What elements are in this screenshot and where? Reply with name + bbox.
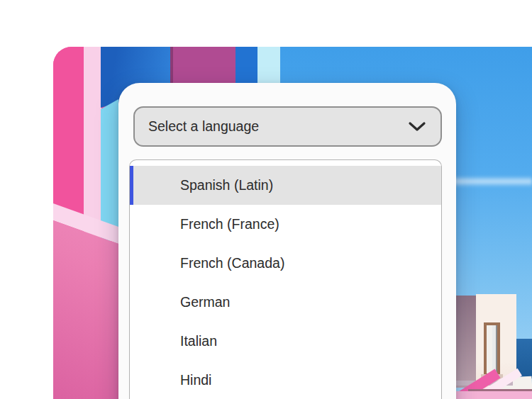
- option-french-france[interactable]: French (France): [130, 205, 441, 244]
- option-label: French (Canada): [180, 255, 284, 271]
- language-dropdown-button[interactable]: Select a language: [133, 106, 442, 147]
- photo-roof: [456, 391, 532, 399]
- option-label: German: [180, 294, 230, 310]
- option-german[interactable]: German: [130, 283, 441, 322]
- photo-window: [484, 322, 500, 378]
- option-italian[interactable]: Italian: [130, 322, 441, 361]
- photo-building-side: [455, 296, 476, 388]
- language-picker-card: Select a language Spanish (Latin) French…: [118, 83, 456, 399]
- chevron-down-icon: [408, 121, 426, 132]
- option-french-canada[interactable]: French (Canada): [130, 244, 441, 283]
- page: Select a language Spanish (Latin) French…: [0, 0, 532, 399]
- dropdown-label: Select a language: [148, 118, 259, 135]
- option-label: French (France): [180, 216, 279, 232]
- photo-cyan-stripe: [101, 99, 118, 241]
- option-label: Italian: [180, 333, 217, 349]
- language-listbox: Spanish (Latin) French (France) French (…: [129, 159, 442, 399]
- photo-window-glass: [487, 325, 497, 373]
- selected-indicator: [130, 166, 133, 205]
- option-hindi[interactable]: Hindi: [130, 361, 441, 399]
- option-spanish-latin[interactable]: Spanish (Latin): [130, 166, 441, 205]
- option-label: Hindi: [180, 372, 211, 388]
- option-label: Spanish (Latin): [180, 177, 273, 193]
